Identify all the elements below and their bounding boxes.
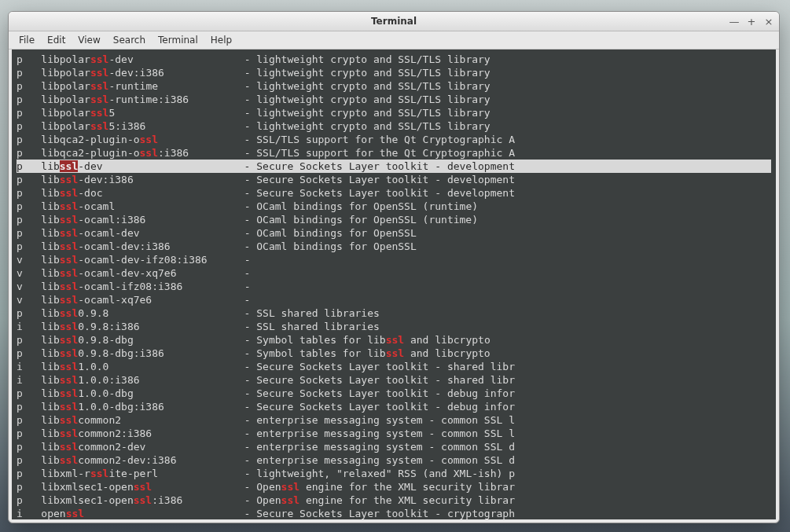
- package-description: Symbol tables for libssl and libcrypto: [256, 334, 490, 346]
- package-row[interactable]: p libsslcommon2-dev:i386 - enterprise me…: [17, 453, 771, 467]
- package-name: openssl: [41, 508, 84, 519]
- package-name: libqca2-plugin-ossl:i386: [41, 147, 189, 159]
- package-name: libssl1.0.0-dbg:i386: [41, 401, 164, 413]
- package-row[interactable]: p libsslcommon2 - enterprise messaging s…: [17, 413, 771, 427]
- menu-view[interactable]: View: [72, 33, 105, 47]
- package-row[interactable]: i libssl1.0.0 - Secure Sockets Layer too…: [17, 360, 771, 373]
- package-description: enterprise messaging system - common SSL…: [256, 454, 515, 466]
- package-row[interactable]: p libsslcommon2:i386 - enterprise messag…: [17, 427, 771, 440]
- package-flag: p: [17, 214, 23, 226]
- package-row[interactable]: p libpolarssl-runtime:i386 - lightweight…: [17, 93, 771, 106]
- package-row[interactable]: p libpolarssl5:i386 - lightweight crypto…: [17, 119, 771, 133]
- titlebar[interactable]: Terminal — + ×: [9, 12, 779, 31]
- package-name: libsslcommon2-dev:i386: [41, 454, 176, 466]
- package-row[interactable]: p libssl1.0.0-dbg - Secure Sockets Layer…: [17, 387, 771, 400]
- package-description: Secure Sockets Layer toolkit - developme…: [256, 174, 515, 185]
- match-highlight: ssl: [66, 508, 84, 519]
- package-row[interactable]: i libssl1.0.0:i386 - Secure Sockets Laye…: [17, 373, 771, 387]
- package-name: libssl-dev: [41, 160, 102, 172]
- match-highlight: ssl: [60, 321, 78, 332]
- package-row[interactable]: p libssl-doc - Secure Sockets Layer tool…: [17, 186, 771, 200]
- package-name: libpolarssl-dev: [41, 53, 133, 65]
- package-flag: p: [17, 468, 23, 479]
- package-name: libqca2-plugin-ossl: [41, 134, 158, 145]
- package-flag: p: [17, 120, 23, 132]
- maximize-button[interactable]: +: [746, 16, 757, 27]
- package-row[interactable]: p libqca2-plugin-ossl - SSL/TLS support …: [17, 133, 771, 146]
- package-flag: p: [17, 481, 23, 493]
- package-row[interactable]: p libssl-ocaml:i386 - OCaml bindings for…: [17, 213, 771, 226]
- package-name: libssl0.9.8-dbg:i386: [41, 347, 164, 359]
- package-name: libssl1.0.0: [41, 361, 108, 372]
- package-row[interactable]: v libssl-ocaml-dev-xq7e6 -: [17, 266, 771, 280]
- menu-help[interactable]: Help: [205, 33, 237, 47]
- package-flag: p: [17, 427, 23, 439]
- package-flag: p: [17, 80, 23, 92]
- package-row[interactable]: p libxml-rsslite-perl - lightweight, "re…: [17, 467, 771, 480]
- package-flag: p: [17, 347, 23, 359]
- package-row[interactable]: p libssl-dev - Secure Sockets Layer tool…: [17, 160, 771, 173]
- package-description: enterprise messaging system - common SSL…: [256, 414, 515, 426]
- package-name: libsslcommon2-dev: [41, 441, 145, 453]
- package-flag: p: [17, 334, 23, 346]
- match-highlight: ssl: [60, 401, 78, 413]
- minimize-button[interactable]: —: [729, 16, 740, 27]
- package-row[interactable]: i openssl - Secure Sockets Layer toolkit…: [17, 507, 771, 519]
- package-row[interactable]: p libsslcommon2-dev - enterprise messagi…: [17, 440, 771, 453]
- match-highlight: ssl: [60, 387, 78, 399]
- menu-file[interactable]: File: [13, 33, 40, 47]
- package-description: Openssl engine for the XML security libr…: [256, 481, 515, 493]
- package-name: libsslcommon2:i386: [41, 427, 152, 439]
- package-row[interactable]: p libxmlsec1-openssl - Openssl engine fo…: [17, 480, 771, 493]
- package-name: libpolarssl-runtime: [41, 80, 158, 92]
- package-name: libsslcommon2: [41, 414, 121, 426]
- package-name: libssl-ocaml: [41, 200, 115, 212]
- package-row[interactable]: p libssl0.9.8-dbg:i386 - Symbol tables f…: [17, 347, 771, 360]
- package-row[interactable]: p libpolarssl-dev - lightweight crypto a…: [17, 53, 771, 66]
- package-description: Openssl engine for the XML security libr…: [256, 494, 515, 506]
- menu-search[interactable]: Search: [108, 33, 151, 47]
- package-flag: p: [17, 227, 23, 239]
- package-name: libssl-ocaml:i386: [41, 214, 145, 226]
- package-description: lightweight crypto and SSL/TLS library: [256, 80, 490, 92]
- close-button[interactable]: ×: [763, 16, 774, 27]
- package-flag: v: [17, 267, 23, 279]
- package-row[interactable]: p libssl-ocaml-dev - OCaml bindings for …: [17, 226, 771, 240]
- window-controls: — + ×: [729, 12, 774, 31]
- match-highlight: ssl: [60, 347, 78, 359]
- package-description: OCaml bindings for OpenSSL: [256, 227, 417, 239]
- package-description: Secure Sockets Layer toolkit - shared li…: [256, 361, 515, 372]
- package-row[interactable]: v libssl-ocaml-dev-ifz08:i386 -: [17, 253, 771, 266]
- package-row[interactable]: i libssl0.9.8:i386 - SSL shared librarie…: [17, 320, 771, 333]
- terminal-output[interactable]: p libpolarssl-dev - lightweight crypto a…: [12, 50, 776, 519]
- package-flag: p: [17, 67, 23, 79]
- package-row[interactable]: p libssl-dev:i386 - Secure Sockets Layer…: [17, 173, 771, 186]
- window-title: Terminal: [371, 16, 417, 27]
- package-row[interactable]: p libssl-ocaml-dev:i386 - OCaml bindings…: [17, 240, 771, 253]
- menu-edit[interactable]: Edit: [42, 33, 71, 47]
- package-row[interactable]: p libxmlsec1-openssl:i386 - Openssl engi…: [17, 493, 771, 507]
- package-row[interactable]: p libqca2-plugin-ossl:i386 - SSL/TLS sup…: [17, 146, 771, 160]
- package-row[interactable]: v libssl-ocaml-ifz08:i386 -: [17, 280, 771, 293]
- match-highlight: ssl: [60, 374, 78, 386]
- match-highlight: ssl: [134, 494, 152, 506]
- package-description: Secure Sockets Layer toolkit - shared li…: [256, 374, 515, 386]
- package-row[interactable]: p libpolarssl-dev:i386 - lightweight cry…: [17, 66, 771, 79]
- package-row[interactable]: p libpolarssl-runtime - lightweight cryp…: [17, 79, 771, 93]
- scrollbar[interactable]: [776, 50, 779, 519]
- package-row[interactable]: p libssl1.0.0-dbg:i386 - Secure Sockets …: [17, 400, 771, 413]
- menu-terminal[interactable]: Terminal: [152, 33, 204, 47]
- package-row[interactable]: v libssl-ocaml-xq7e6 -: [17, 293, 771, 306]
- package-description: lightweight crypto and SSL/TLS library: [256, 120, 490, 132]
- package-flag: p: [17, 94, 23, 105]
- menubar: FileEditViewSearchTerminalHelp: [9, 31, 779, 50]
- package-row[interactable]: p libssl-ocaml - OCaml bindings for Open…: [17, 200, 771, 213]
- package-flag: p: [17, 240, 23, 252]
- package-row[interactable]: p libssl0.9.8 - SSL shared libraries: [17, 306, 771, 320]
- package-flag: p: [17, 441, 23, 453]
- package-row[interactable]: p libpolarssl5 - lightweight crypto and …: [17, 106, 771, 119]
- package-flag: p: [17, 401, 23, 413]
- package-row[interactable]: p libssl0.9.8-dbg - Symbol tables for li…: [17, 333, 771, 347]
- package-name: libpolarssl-runtime:i386: [41, 94, 189, 105]
- match-highlight: ssl: [60, 160, 78, 172]
